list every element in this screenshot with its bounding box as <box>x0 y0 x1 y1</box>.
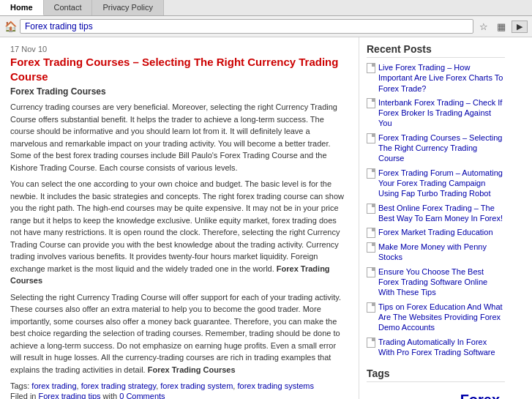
recent-posts-list: Live Forex Trading – How Important Are L… <box>367 62 505 357</box>
recent-post-link[interactable]: Best Online Forex Trading – The Best Way… <box>378 203 505 224</box>
rss-icon[interactable]: ▦ <box>494 21 509 32</box>
recent-posts-section: Recent Posts Live Forex Trading – How Im… <box>367 43 505 357</box>
doc-icon <box>367 168 375 179</box>
comments-link[interactable]: 0 Comments <box>119 392 165 399</box>
recent-posts-title: Recent Posts <box>367 43 505 58</box>
recent-post-link[interactable]: Forex Trading Courses – Selecting The Ri… <box>378 133 505 164</box>
tags-section: Tags Fibonacci Forex Trading Forex Forex… <box>367 368 505 399</box>
doc-icon <box>367 133 375 143</box>
star-icon[interactable]: ☆ <box>476 21 491 32</box>
post-para-2: You can select the one according to your… <box>10 178 348 287</box>
post-para-3: Selecting the right Currency Trading Cou… <box>10 291 348 376</box>
tags-title: Tags <box>367 368 505 382</box>
post-filed: Filed in Forex trading tips with 0 Comme… <box>10 392 348 399</box>
go-button[interactable]: ▶ <box>512 20 528 33</box>
list-item: Make More Money with Penny Stocks <box>367 242 505 263</box>
main-layout: 17 Nov 10 Forex Trading Courses – Select… <box>0 37 532 399</box>
recent-post-link[interactable]: Forex Market Trading Education <box>378 227 493 237</box>
filed-category-link[interactable]: Forex trading tips <box>39 392 101 399</box>
address-bar: 🏠 Forex trading tips ☆ ▦ ▶ <box>0 16 532 37</box>
tag-forex-systems[interactable]: forex trading systems <box>237 381 314 390</box>
tag-forex-trading[interactable]: forex trading <box>31 381 76 390</box>
home-icon[interactable]: 🏠 <box>4 20 17 32</box>
tags-cloud: Fibonacci Forex Trading Forex Forex Acco… <box>367 387 505 399</box>
recent-post-link[interactable]: Trading Automatically In Forex With Pro … <box>378 337 505 358</box>
post-tags: Tags: forex trading, forex trading strat… <box>10 381 348 390</box>
recent-post-link[interactable]: Live Forex Trading – How Important Are L… <box>378 62 505 94</box>
list-item: Tips on Forex Education And What Are The… <box>367 302 505 333</box>
list-item: Forex Trading Forum – Automating Your Fo… <box>367 168 505 199</box>
doc-icon <box>367 338 375 348</box>
tag-forex-xl[interactable]: Forex <box>460 392 500 399</box>
browser-tabs: Home Contact Privacy Policy <box>0 0 532 16</box>
list-item: Ensure You Choose The Best Forex Trading… <box>367 266 505 298</box>
list-item: Best Online Forex Trading – The Best Way… <box>367 203 505 224</box>
list-item: Interbank Forex Trading – Check If Forex… <box>367 97 505 129</box>
post-body-1: Currency trading courses are very benefi… <box>10 101 348 376</box>
doc-icon <box>367 242 375 253</box>
tag-forex-system[interactable]: forex trading system <box>160 381 233 390</box>
list-item: Forex Trading Courses – Selecting The Ri… <box>367 133 505 164</box>
doc-icon <box>367 302 375 313</box>
post-date: 17 Nov 10 <box>10 45 348 53</box>
recent-post-link[interactable]: Forex Trading Forum – Automating Your Fo… <box>378 168 505 199</box>
tab-privacy[interactable]: Privacy Policy <box>92 0 163 15</box>
doc-icon <box>367 228 375 238</box>
list-item: Trading Automatically In Forex With Pro … <box>367 337 505 358</box>
tab-contact[interactable]: Contact <box>44 0 93 15</box>
url-display[interactable]: Forex trading tips <box>20 19 473 34</box>
recent-post-link[interactable]: Interbank Forex Trading – Check If Forex… <box>378 97 505 129</box>
post-title: Forex Trading Courses – Selecting The Ri… <box>10 55 348 83</box>
sidebar: Recent Posts Live Forex Trading – How Im… <box>359 37 512 399</box>
post-subtitle: Forex Trading Courses <box>10 86 348 97</box>
recent-post-link[interactable]: Tips on Forex Education And What Are The… <box>378 302 505 333</box>
list-item: Live Forex Trading – How Important Are L… <box>367 62 505 94</box>
doc-icon <box>367 63 375 73</box>
list-item: Forex Market Trading Education <box>367 227 505 238</box>
post-para-1: Currency trading courses are very benefi… <box>10 101 348 174</box>
tags-label: Tags: <box>10 381 29 390</box>
recent-post-link[interactable]: Make More Money with Penny Stocks <box>378 242 505 263</box>
tag-forex-strategy[interactable]: forex trading strategy <box>81 381 157 390</box>
recent-post-link[interactable]: Ensure You Choose The Best Forex Trading… <box>378 266 505 298</box>
tab-home[interactable]: Home <box>0 0 44 15</box>
doc-icon <box>367 98 375 108</box>
doc-icon <box>367 267 375 277</box>
content-area: 17 Nov 10 Forex Trading Courses – Select… <box>0 37 359 399</box>
doc-icon <box>367 204 375 214</box>
